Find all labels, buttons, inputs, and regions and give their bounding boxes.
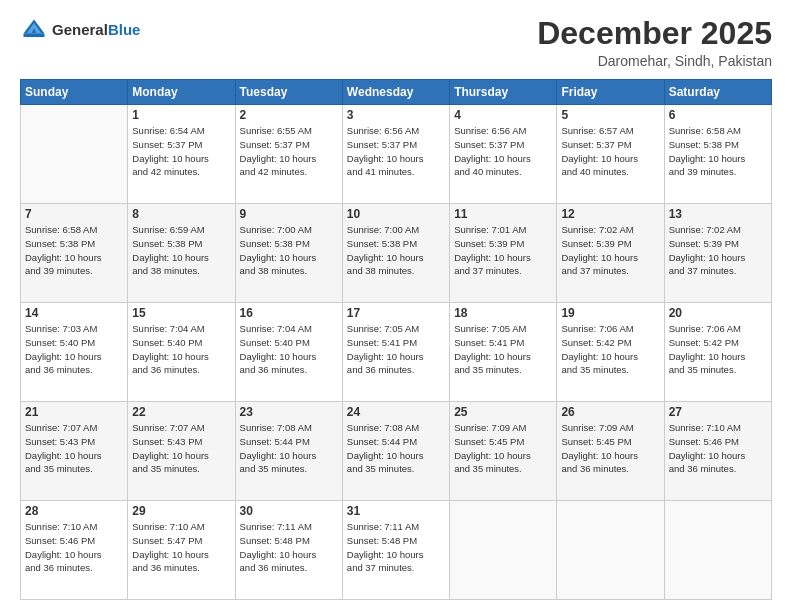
day-number: 8 (132, 207, 230, 221)
day-number: 5 (561, 108, 659, 122)
day-number: 14 (25, 306, 123, 320)
day-info: Sunrise: 7:09 AM Sunset: 5:45 PM Dayligh… (561, 421, 659, 476)
day-cell: 13Sunrise: 7:02 AM Sunset: 5:39 PM Dayli… (664, 204, 771, 303)
day-number: 11 (454, 207, 552, 221)
day-info: Sunrise: 6:58 AM Sunset: 5:38 PM Dayligh… (25, 223, 123, 278)
day-info: Sunrise: 7:04 AM Sunset: 5:40 PM Dayligh… (132, 322, 230, 377)
day-number: 6 (669, 108, 767, 122)
day-info: Sunrise: 7:08 AM Sunset: 5:44 PM Dayligh… (240, 421, 338, 476)
day-info: Sunrise: 6:58 AM Sunset: 5:38 PM Dayligh… (669, 124, 767, 179)
day-cell (557, 501, 664, 600)
day-number: 26 (561, 405, 659, 419)
day-info: Sunrise: 7:04 AM Sunset: 5:40 PM Dayligh… (240, 322, 338, 377)
day-cell: 9Sunrise: 7:00 AM Sunset: 5:38 PM Daylig… (235, 204, 342, 303)
day-cell: 18Sunrise: 7:05 AM Sunset: 5:41 PM Dayli… (450, 303, 557, 402)
week-row-2: 7Sunrise: 6:58 AM Sunset: 5:38 PM Daylig… (21, 204, 772, 303)
col-header-friday: Friday (557, 80, 664, 105)
day-info: Sunrise: 7:09 AM Sunset: 5:45 PM Dayligh… (454, 421, 552, 476)
logo-general: General (52, 21, 108, 38)
day-number: 28 (25, 504, 123, 518)
day-cell: 12Sunrise: 7:02 AM Sunset: 5:39 PM Dayli… (557, 204, 664, 303)
day-info: Sunrise: 7:03 AM Sunset: 5:40 PM Dayligh… (25, 322, 123, 377)
day-cell: 24Sunrise: 7:08 AM Sunset: 5:44 PM Dayli… (342, 402, 449, 501)
day-cell (450, 501, 557, 600)
day-info: Sunrise: 7:02 AM Sunset: 5:39 PM Dayligh… (561, 223, 659, 278)
day-info: Sunrise: 6:55 AM Sunset: 5:37 PM Dayligh… (240, 124, 338, 179)
day-info: Sunrise: 7:10 AM Sunset: 5:47 PM Dayligh… (132, 520, 230, 575)
day-number: 10 (347, 207, 445, 221)
day-cell: 26Sunrise: 7:09 AM Sunset: 5:45 PM Dayli… (557, 402, 664, 501)
logo-blue: Blue (108, 21, 141, 38)
col-header-sunday: Sunday (21, 80, 128, 105)
day-info: Sunrise: 7:06 AM Sunset: 5:42 PM Dayligh… (669, 322, 767, 377)
day-info: Sunrise: 6:54 AM Sunset: 5:37 PM Dayligh… (132, 124, 230, 179)
day-number: 30 (240, 504, 338, 518)
day-number: 17 (347, 306, 445, 320)
day-number: 7 (25, 207, 123, 221)
day-cell: 6Sunrise: 6:58 AM Sunset: 5:38 PM Daylig… (664, 105, 771, 204)
day-info: Sunrise: 7:01 AM Sunset: 5:39 PM Dayligh… (454, 223, 552, 278)
day-info: Sunrise: 6:56 AM Sunset: 5:37 PM Dayligh… (347, 124, 445, 179)
day-cell: 21Sunrise: 7:07 AM Sunset: 5:43 PM Dayli… (21, 402, 128, 501)
col-header-saturday: Saturday (664, 80, 771, 105)
day-cell (21, 105, 128, 204)
day-info: Sunrise: 7:00 AM Sunset: 5:38 PM Dayligh… (347, 223, 445, 278)
day-cell: 25Sunrise: 7:09 AM Sunset: 5:45 PM Dayli… (450, 402, 557, 501)
logo: GeneralBlue (20, 16, 140, 44)
page: GeneralBlue December 2025 Daromehar, Sin… (0, 0, 792, 612)
day-number: 12 (561, 207, 659, 221)
day-number: 22 (132, 405, 230, 419)
day-info: Sunrise: 7:05 AM Sunset: 5:41 PM Dayligh… (454, 322, 552, 377)
day-info: Sunrise: 6:56 AM Sunset: 5:37 PM Dayligh… (454, 124, 552, 179)
day-cell: 29Sunrise: 7:10 AM Sunset: 5:47 PM Dayli… (128, 501, 235, 600)
day-cell: 20Sunrise: 7:06 AM Sunset: 5:42 PM Dayli… (664, 303, 771, 402)
day-info: Sunrise: 6:57 AM Sunset: 5:37 PM Dayligh… (561, 124, 659, 179)
day-cell: 22Sunrise: 7:07 AM Sunset: 5:43 PM Dayli… (128, 402, 235, 501)
day-cell: 11Sunrise: 7:01 AM Sunset: 5:39 PM Dayli… (450, 204, 557, 303)
day-number: 1 (132, 108, 230, 122)
day-info: Sunrise: 7:11 AM Sunset: 5:48 PM Dayligh… (347, 520, 445, 575)
day-cell: 28Sunrise: 7:10 AM Sunset: 5:46 PM Dayli… (21, 501, 128, 600)
day-cell: 31Sunrise: 7:11 AM Sunset: 5:48 PM Dayli… (342, 501, 449, 600)
col-header-monday: Monday (128, 80, 235, 105)
day-cell: 14Sunrise: 7:03 AM Sunset: 5:40 PM Dayli… (21, 303, 128, 402)
day-info: Sunrise: 7:08 AM Sunset: 5:44 PM Dayligh… (347, 421, 445, 476)
day-number: 24 (347, 405, 445, 419)
day-number: 21 (25, 405, 123, 419)
day-cell: 27Sunrise: 7:10 AM Sunset: 5:46 PM Dayli… (664, 402, 771, 501)
day-info: Sunrise: 7:10 AM Sunset: 5:46 PM Dayligh… (25, 520, 123, 575)
day-cell: 15Sunrise: 7:04 AM Sunset: 5:40 PM Dayli… (128, 303, 235, 402)
month-year: December 2025 (537, 16, 772, 51)
week-row-1: 1Sunrise: 6:54 AM Sunset: 5:37 PM Daylig… (21, 105, 772, 204)
day-info: Sunrise: 6:59 AM Sunset: 5:38 PM Dayligh… (132, 223, 230, 278)
day-number: 2 (240, 108, 338, 122)
day-number: 19 (561, 306, 659, 320)
day-number: 31 (347, 504, 445, 518)
day-cell: 23Sunrise: 7:08 AM Sunset: 5:44 PM Dayli… (235, 402, 342, 501)
day-info: Sunrise: 7:10 AM Sunset: 5:46 PM Dayligh… (669, 421, 767, 476)
day-cell: 1Sunrise: 6:54 AM Sunset: 5:37 PM Daylig… (128, 105, 235, 204)
day-cell: 10Sunrise: 7:00 AM Sunset: 5:38 PM Dayli… (342, 204, 449, 303)
col-header-wednesday: Wednesday (342, 80, 449, 105)
day-info: Sunrise: 7:07 AM Sunset: 5:43 PM Dayligh… (132, 421, 230, 476)
day-number: 29 (132, 504, 230, 518)
day-info: Sunrise: 7:07 AM Sunset: 5:43 PM Dayligh… (25, 421, 123, 476)
day-cell (664, 501, 771, 600)
day-cell: 5Sunrise: 6:57 AM Sunset: 5:37 PM Daylig… (557, 105, 664, 204)
title-block: December 2025 Daromehar, Sindh, Pakistan (537, 16, 772, 69)
location: Daromehar, Sindh, Pakistan (537, 53, 772, 69)
day-cell: 30Sunrise: 7:11 AM Sunset: 5:48 PM Dayli… (235, 501, 342, 600)
day-cell: 8Sunrise: 6:59 AM Sunset: 5:38 PM Daylig… (128, 204, 235, 303)
day-info: Sunrise: 7:00 AM Sunset: 5:38 PM Dayligh… (240, 223, 338, 278)
week-row-4: 21Sunrise: 7:07 AM Sunset: 5:43 PM Dayli… (21, 402, 772, 501)
week-row-5: 28Sunrise: 7:10 AM Sunset: 5:46 PM Dayli… (21, 501, 772, 600)
logo-text: GeneralBlue (52, 21, 140, 39)
calendar-table: SundayMondayTuesdayWednesdayThursdayFrid… (20, 79, 772, 600)
day-cell: 17Sunrise: 7:05 AM Sunset: 5:41 PM Dayli… (342, 303, 449, 402)
day-number: 18 (454, 306, 552, 320)
day-number: 27 (669, 405, 767, 419)
day-number: 4 (454, 108, 552, 122)
header: GeneralBlue December 2025 Daromehar, Sin… (20, 16, 772, 69)
day-cell: 7Sunrise: 6:58 AM Sunset: 5:38 PM Daylig… (21, 204, 128, 303)
svg-rect-2 (24, 34, 45, 38)
